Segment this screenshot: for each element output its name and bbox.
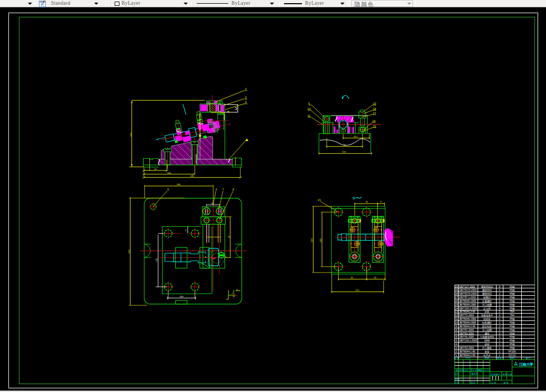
svg-text:45钢: 45钢 [510, 317, 515, 320]
svg-text:2: 2 [499, 317, 500, 320]
svg-text:20: 20 [455, 285, 458, 288]
svg-text:7: 7 [223, 188, 224, 191]
svg-text:188: 188 [177, 183, 181, 186]
svg-text:1: 1 [499, 343, 500, 346]
svg-text:12: 12 [455, 314, 458, 317]
svg-text:2: 2 [499, 299, 500, 303]
svg-text:第 张: 第 张 [503, 381, 509, 384]
svg-text:45钢: 45钢 [510, 346, 515, 349]
svg-text:35: 35 [366, 200, 368, 203]
svg-text:GB/T72-2000: GB/T72-2000 [459, 314, 474, 317]
svg-text:45钢: 45钢 [510, 321, 515, 324]
svg-text:设计: 设计 [455, 373, 460, 375]
svg-text:5: 5 [167, 188, 169, 191]
svg-text:JB/T8046-1999: JB/T8046-1999 [459, 318, 476, 320]
svg-text:11: 11 [455, 317, 458, 320]
svg-text:45钢: 45钢 [510, 299, 515, 303]
svg-text:15: 15 [373, 125, 376, 128]
svg-text:45钢: 45钢 [510, 332, 515, 335]
svg-text:T8A: T8A [510, 310, 514, 313]
svg-text:1: 1 [456, 354, 457, 357]
svg-text:45钢: 45钢 [510, 343, 515, 346]
svg-text:15: 15 [455, 303, 458, 306]
svg-text:13: 13 [455, 310, 458, 313]
svg-text:40: 40 [374, 276, 377, 279]
svg-text:签名: 签名 [479, 369, 483, 371]
svg-text:3: 3 [499, 332, 500, 335]
svg-text:1: 1 [499, 339, 500, 342]
svg-text:105: 105 [180, 295, 184, 298]
svg-text:45钢: 45钢 [510, 307, 515, 310]
svg-text:分区: 分区 [464, 369, 469, 371]
svg-text:JB/T8044.1-95: JB/T8044.1-95 [459, 350, 476, 353]
svg-text:34.2: 34.2 [353, 135, 358, 138]
svg-text:105: 105 [319, 238, 322, 243]
svg-text:65: 65 [351, 276, 353, 279]
svg-text:垫圈12: 垫圈12 [483, 296, 491, 299]
svg-text:GB/T117-2000: GB/T117-2000 [459, 286, 476, 288]
svg-text:6: 6 [456, 335, 457, 338]
svg-text:GB/T119.1-2000: GB/T119.1-2000 [459, 307, 478, 310]
svg-text:B: B [353, 196, 355, 200]
svg-text:1: 1 [499, 354, 500, 357]
svg-text:17: 17 [373, 112, 376, 115]
svg-text:45: 45 [228, 235, 230, 238]
svg-text:JB/T8044-1999: JB/T8044-1999 [459, 304, 476, 306]
svg-text:1: 1 [499, 350, 500, 353]
svg-text:8: 8 [232, 188, 234, 191]
svg-text:45钢: 45钢 [510, 303, 515, 306]
svg-text:4: 4 [456, 343, 457, 346]
svg-text:16: 16 [372, 119, 376, 123]
svg-text:共 张: 共 张 [491, 381, 497, 384]
svg-text:审核: 审核 [455, 378, 460, 380]
svg-text:GB/T97.1-2002: GB/T97.1-2002 [459, 296, 476, 299]
svg-text:年月日: 年月日 [484, 369, 491, 371]
svg-text:JB/T8044.2-99: JB/T8044.2-99 [459, 325, 476, 328]
svg-text:16: 16 [455, 299, 458, 303]
svg-text:45钢: 45钢 [510, 285, 515, 288]
svg-text:7: 7 [456, 332, 457, 335]
svg-text:压紧螺钉: 压紧螺钉 [482, 299, 492, 303]
svg-text:江南大学: 江南大学 [519, 362, 533, 367]
svg-text:GB/T6170-2000: GB/T6170-2000 [459, 289, 477, 292]
svg-text:45钢: 45钢 [510, 292, 515, 295]
svg-text:2: 2 [499, 310, 500, 313]
svg-text:JB/T8044.2-95: JB/T8044.2-95 [459, 354, 476, 357]
svg-text:18: 18 [455, 292, 458, 295]
svg-text:130: 130 [310, 238, 313, 243]
svg-text:5: 5 [456, 339, 457, 342]
svg-text:14: 14 [455, 307, 458, 310]
svg-text:68: 68 [343, 144, 346, 146]
svg-text:100: 100 [167, 172, 171, 174]
svg-text:180: 180 [190, 175, 195, 177]
svg-text:销A8: 销A8 [484, 339, 490, 342]
svg-text:GB/T119.1-2000: GB/T119.1-2000 [459, 339, 478, 342]
svg-text:钻模板: 钻模板 [483, 317, 491, 320]
svg-text:GB/T6170-2000: GB/T6170-2000 [459, 293, 477, 295]
svg-text:快换钻套A: 快换钻套A [481, 314, 493, 317]
svg-text:2Cr13: 2Cr13 [509, 354, 515, 357]
svg-text:4: 4 [499, 307, 500, 310]
svg-text:GB/T42-2000: GB/T42-2000 [459, 347, 474, 349]
svg-text:4: 4 [499, 314, 500, 317]
svg-text:夹具体: 夹具体 [483, 354, 491, 357]
svg-text:工艺: 工艺 [454, 381, 460, 384]
svg-text:2: 2 [499, 288, 500, 292]
svg-text:82: 82 [154, 168, 157, 170]
svg-text:GB/T67-2000: GB/T67-2000 [459, 329, 474, 331]
svg-text:螺母: 螺母 [484, 332, 490, 336]
svg-text:11: 11 [308, 114, 310, 117]
svg-text:45钢: 45钢 [510, 335, 515, 338]
svg-text:2: 2 [499, 328, 500, 331]
svg-text:螺母M10: 螺母M10 [482, 288, 492, 292]
svg-text:45钢: 45钢 [510, 339, 515, 342]
svg-text:10: 10 [455, 321, 458, 324]
svg-text:质量: 质量 [502, 373, 507, 376]
svg-text:3: 3 [456, 346, 457, 349]
svg-text:2: 2 [456, 350, 457, 353]
svg-text:GB/T62-2000: GB/T62-2000 [459, 333, 474, 335]
svg-text:45钢: 45钢 [510, 328, 515, 331]
svg-text:1: 1 [499, 346, 500, 349]
svg-text:45钢: 45钢 [510, 288, 515, 292]
svg-text:钻套螺钉: 钻套螺钉 [482, 321, 492, 324]
